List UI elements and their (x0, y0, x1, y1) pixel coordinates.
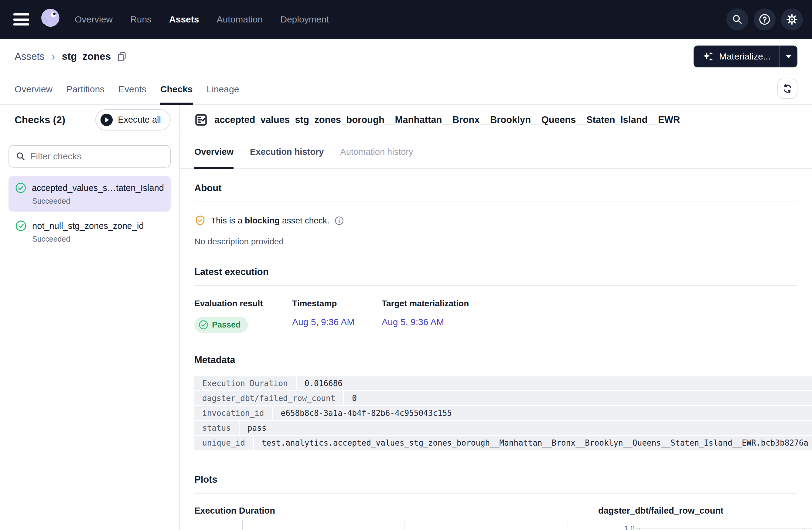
search-icon (16, 151, 26, 161)
help-button[interactable] (754, 9, 775, 30)
metadata-value: e658b8c8-3a1a-4b4f-82b6-4c955043c155 (273, 406, 812, 420)
table-row: status pass (194, 421, 812, 435)
top-nav-bar: Overview Runs Assets Automation Deployme… (0, 0, 812, 39)
check-list-item-accepted-values[interactable]: accepted_values_s…taten_Island_ Succeede… (9, 176, 171, 211)
check-status: Succeeded (32, 235, 164, 244)
metadata-key: Execution Duration (194, 377, 296, 391)
dagster-logo[interactable] (37, 7, 62, 32)
caret-down-icon (786, 55, 792, 58)
check-circle-icon (199, 320, 208, 330)
y-tick-label: 1.0 (591, 524, 635, 530)
metadata-heading: Metadata (194, 355, 797, 366)
chart-canvas: 0.0174 (194, 520, 592, 530)
copy-button[interactable] (116, 51, 127, 62)
filter-checks-search[interactable] (9, 145, 171, 167)
metadata-value: 0.016686 (297, 377, 812, 391)
materialize-split-button: Materialize... (694, 46, 797, 68)
execution-duration-chart: Execution Duration 0.0174 (194, 506, 592, 530)
tab-lineage[interactable]: Lineage (207, 74, 239, 104)
table-row: invocation_id e658b8c8-3a1a-4b4f-82b6-4c… (194, 406, 812, 420)
chart-canvas: 1.0 0.6 (598, 520, 812, 530)
primary-nav: Overview Runs Assets Automation Deployme… (75, 14, 329, 25)
check-circle-icon (15, 220, 27, 232)
execute-all-button[interactable]: Execute all (95, 109, 171, 131)
search-icon (731, 14, 743, 25)
tab-checks[interactable]: Checks (160, 74, 193, 104)
evaluation-result-header: Evaluation result (194, 299, 292, 308)
materialize-dropdown-button[interactable] (779, 46, 797, 68)
passed-label: Passed (212, 320, 241, 330)
tab-partitions[interactable]: Partitions (67, 74, 104, 104)
check-status: Succeeded (32, 197, 164, 206)
breadcrumb-current-asset: stg_zones (62, 51, 111, 62)
plots-grid: Execution Duration 0.0174 dagster_dbt/fa… (194, 506, 812, 530)
about-heading: About (194, 183, 797, 202)
copy-icon (116, 51, 127, 62)
metadata-key: status (194, 421, 239, 435)
info-icon[interactable] (334, 216, 344, 225)
breadcrumb-row: Assets › stg_zones Materialize... (0, 39, 812, 74)
blocking-note: This is a blocking asset check. (194, 215, 797, 226)
latest-execution-heading: Latest execution (194, 266, 797, 286)
refresh-icon (782, 84, 793, 94)
materialize-label: Materialize... (719, 51, 771, 62)
dagster-app: Overview Runs Assets Automation Deployme… (0, 0, 812, 530)
nav-assets[interactable]: Assets (169, 14, 199, 25)
check-detail-title: accepted_values_stg_zones_borough__Manha… (214, 115, 680, 126)
check-tab-automation-history: Automation history (340, 135, 413, 168)
nav-automation[interactable]: Automation (217, 14, 263, 25)
target-materialization-link[interactable]: Aug 5, 9:36 AM (382, 317, 444, 327)
chart-title: dagster_dbt/failed_row_count (598, 506, 812, 516)
check-list-item-not-null[interactable]: not_null_stg_zones_zone_id Succeeded (9, 214, 171, 250)
plots-heading: Plots (194, 474, 797, 494)
check-list: accepted_values_s…taten_Island_ Succeede… (9, 176, 171, 250)
failed-row-count-chart: dagster_dbt/failed_row_count 1.0 0.6 (598, 506, 812, 530)
tab-events[interactable]: Events (118, 74, 146, 104)
settings-button[interactable] (781, 9, 803, 30)
nav-deployment[interactable]: Deployment (280, 14, 329, 25)
materialize-button[interactable]: Materialize... (694, 46, 779, 68)
check-tab-execution-history[interactable]: Execution history (250, 135, 324, 168)
refresh-button[interactable] (778, 79, 797, 99)
play-circle-icon (100, 113, 113, 127)
checks-count-title: Checks (2) (15, 114, 65, 126)
metadata-key: unique_id (194, 436, 253, 450)
search-button[interactable] (726, 9, 748, 30)
check-description: No description provided (194, 237, 797, 247)
checks-sidebar: Checks (2) Execute all (0, 105, 180, 530)
passed-status-badge: Passed (194, 317, 248, 333)
topbar-actions (726, 9, 803, 30)
metadata-value: test.analytics.accepted_values_stg_zones… (254, 436, 812, 450)
table-row: Execution Duration 0.016686 (194, 377, 812, 391)
metadata-table: Execution Duration 0.016686 dagster_dbt/… (194, 377, 812, 450)
table-row: unique_id test.analytics.accepted_values… (194, 436, 812, 450)
check-detail-tabs: Overview Execution history Automation hi… (180, 135, 812, 169)
timestamp-link[interactable]: Aug 5, 9:36 AM (292, 317, 354, 327)
blocking-text: This is a blocking asset check. (211, 216, 330, 225)
check-name: accepted_values_s…taten_Island_ (32, 183, 164, 193)
metadata-key: invocation_id (194, 406, 272, 420)
check-overview-content: About This is a blocking asset check. No… (180, 169, 812, 530)
filter-checks-input[interactable] (30, 151, 163, 161)
chart-title: Execution Duration (194, 506, 592, 516)
nav-runs[interactable]: Runs (130, 14, 151, 25)
check-detail-panel: accepted_values_stg_zones_borough__Manha… (180, 105, 812, 530)
table-row: dagster_dbt/failed_row_count 0 (194, 391, 812, 405)
latest-execution-grid: Evaluation result Passed (194, 299, 797, 333)
check-name: not_null_stg_zones_zone_id (32, 221, 144, 231)
asset-tabs: Overview Partitions Events Checks Lineag… (0, 74, 812, 105)
breadcrumb-assets-link[interactable]: Assets (15, 51, 45, 62)
metadata-key: dagster_dbt/failed_row_count (194, 391, 343, 405)
menu-icon[interactable] (13, 13, 29, 26)
shield-check-icon (194, 215, 206, 226)
check-tab-overview[interactable]: Overview (194, 135, 233, 168)
target-materialization-header: Target materialization (382, 299, 469, 308)
check-circle-icon (15, 182, 26, 194)
timestamp-header: Timestamp (292, 299, 382, 308)
checklist-icon (194, 113, 208, 127)
sparkle-icon (702, 50, 714, 62)
tab-overview[interactable]: Overview (15, 74, 53, 104)
execute-all-label: Execute all (118, 115, 161, 125)
help-icon (758, 13, 771, 26)
nav-overview[interactable]: Overview (75, 14, 113, 25)
